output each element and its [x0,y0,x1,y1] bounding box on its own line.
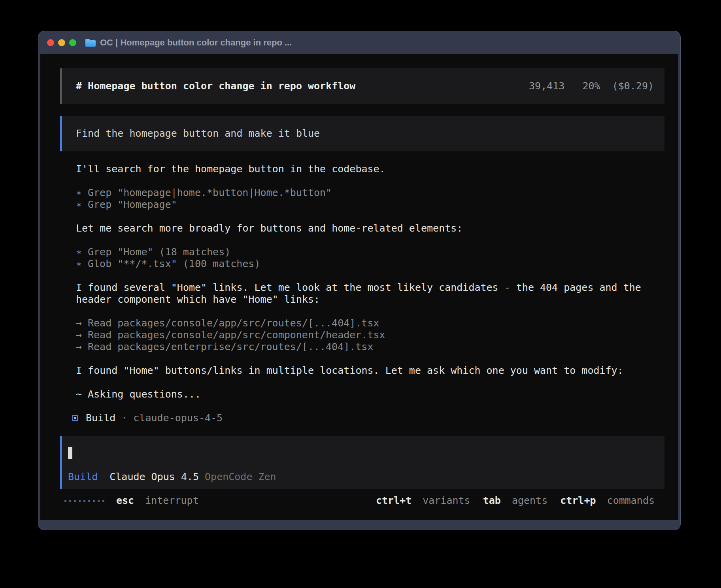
asterisk-icon: ∗ [76,246,88,258]
shortcut-hints: ctrl+t variants tab agents ctrl+p comman… [376,495,655,507]
agent-model: claude-opus-4-5 [133,412,223,424]
assistant-paragraph: Let me search more broadly for buttons a… [76,222,653,234]
tool-call-glob: ∗ Glob "**/*.tsx" (100 matches) [76,258,653,270]
shortcut-label: commands [607,495,655,506]
window-bottom-edge [38,520,680,530]
session-header: # Homepage button color change in repo w… [60,68,664,104]
tool-call-read: → Read packages/enterprise/src/routes/[.… [76,341,653,353]
context-percent: 20% [582,80,600,92]
arrow-right-icon: → [76,341,88,353]
assistant-message: I'll search for the homepage button in t… [76,163,653,400]
assistant-paragraph: I'll search for the homepage button in t… [76,163,653,175]
traffic-lights [47,39,76,46]
tool-call-group: → Read packages/console/app/src/routes/[… [76,317,653,353]
close-button[interactable] [47,39,54,46]
minimize-button[interactable] [58,39,65,46]
tool-call-label: Grep "Home" (18 matches) [88,246,230,258]
tool-call-group: ∗ Grep "Home" (18 matches) ∗ Glob "**/*.… [76,246,653,270]
provider-indicator: OpenCode Zen [205,471,276,483]
progress-dot [93,500,95,502]
progress-dot [98,500,100,502]
session-title: # Homepage button color change in repo w… [76,80,355,92]
folder-icon [85,38,96,47]
progress-dot [64,500,66,502]
progress-dots [64,500,104,502]
session-stats: 39,413 20% ($0.29) [529,80,654,92]
shortcut-label: agents [512,495,547,506]
shortcut-variants: ctrl+t variants [376,495,470,507]
shortcut-label: variants [423,495,470,506]
shortcut-label: interrupt [145,495,198,506]
assistant-paragraph: I found "Home" buttons/links in multiple… [76,365,653,377]
tool-call-label: Grep "homepage|home.*button|Home.*button… [88,187,332,199]
tool-call-grep: ∗ Grep "Home" (18 matches) [76,246,653,258]
tool-call-label: Grep "Homepage" [88,199,177,211]
shortcut-key: esc [116,495,134,506]
progress-dot [69,500,71,502]
terminal-window: OC | Homepage button color change in rep… [38,31,681,530]
input-footer: Build Claude Opus 4.5 OpenCode Zen [68,471,659,483]
shortcut-interrupt: esc interrupt [116,495,199,507]
tool-call-label: Read packages/enterprise/src/routes/[...… [88,341,373,353]
shortcut-key: ctrl+t [376,495,411,506]
window-titlebar[interactable]: OC | Homepage button color change in rep… [38,31,680,54]
progress-dot [83,500,85,502]
shortcut-commands: ctrl+p commands [560,495,655,507]
tool-call-read: → Read packages/console/app/src/componen… [76,329,653,341]
user-message: Find the homepage button and make it blu… [60,116,664,151]
session-cost: ($0.29) [612,80,654,92]
tool-call-grep: ∗ Grep "homepage|home.*button|Home.*butt… [76,187,653,199]
dot-separator: · [121,412,127,424]
maximize-button[interactable] [69,39,76,46]
tool-call-label: Read packages/console/app/src/component/… [88,329,385,341]
assistant-paragraph: I found several "Home" links. Let me loo… [76,282,653,305]
shortcut-key: ctrl+p [560,495,596,506]
agent-name: Build [86,412,115,424]
tool-call-grep: ∗ Grep "Homepage" [76,199,653,211]
working-status: ~ Asking questions... [76,388,653,400]
shortcut-key: tab [483,495,501,506]
text-cursor [68,447,72,459]
window-title: OC | Homepage button color change in rep… [100,38,292,48]
tool-call-label: Read packages/console/app/src/routes/[..… [88,317,379,329]
progress-dot [88,500,90,502]
user-message-text: Find the homepage button and make it blu… [76,128,320,139]
arrow-right-icon: → [76,329,88,341]
terminal-content[interactable]: # Homepage button color change in repo w… [40,54,678,520]
prompt-input[interactable]: Build Claude Opus 4.5 OpenCode Zen [60,436,664,489]
asterisk-icon: ∗ [76,187,88,199]
model-indicator[interactable]: Claude Opus 4.5 [109,471,199,483]
mode-indicator[interactable]: Build [68,471,98,483]
progress-dot [102,500,104,502]
tool-call-read: → Read packages/console/app/src/routes/[… [76,317,653,329]
agent-badge: Build · claude-opus-4-5 [72,412,664,424]
status-bar: esc interrupt ctrl+t variants tab agents… [60,495,664,507]
progress-dot [74,500,76,502]
asterisk-icon: ∗ [76,258,88,270]
token-count: 39,413 [529,80,564,92]
asterisk-icon: ∗ [76,199,88,211]
arrow-right-icon: → [76,317,88,329]
tool-call-label: Glob "**/*.tsx" (100 matches) [88,258,260,270]
agent-square-icon [72,415,78,421]
tool-call-group: ∗ Grep "homepage|home.*button|Home.*butt… [76,187,653,211]
progress-dot [79,500,81,502]
shortcut-agents: tab agents [483,495,548,507]
